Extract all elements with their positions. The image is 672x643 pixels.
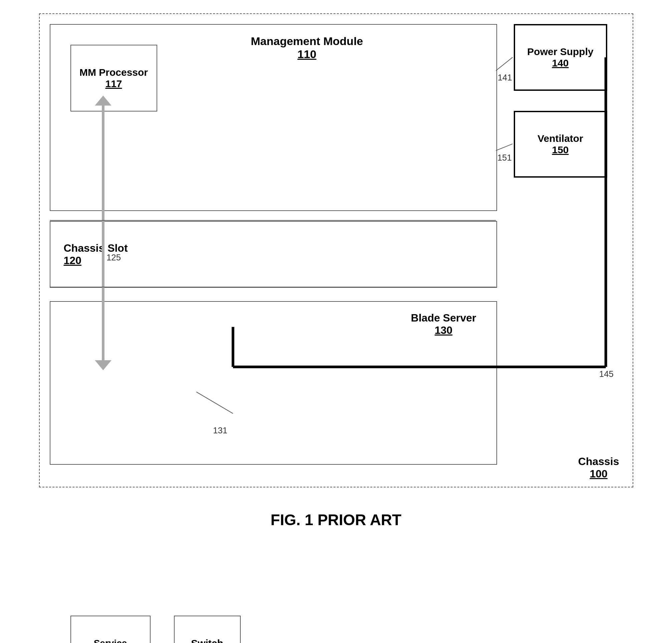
chassis-slot-text: Chassis Slot <box>64 242 128 254</box>
blade-server-label: Blade Server 130 <box>411 312 476 337</box>
label-145: 145 <box>599 369 613 379</box>
mgmt-module-text: Management Module <box>251 35 363 47</box>
mgmt-module-number: 110 <box>297 48 317 60</box>
page-container: Management Module 110 MM Processor 117 P… <box>19 13 653 581</box>
figure-caption-text: FIG. 1 PRIOR ART <box>271 511 402 529</box>
switch-text: Switch <box>191 638 223 643</box>
service-processor-box: Service Processor 135 <box>71 616 150 643</box>
mm-processor-text: MM Processor <box>80 67 148 78</box>
chassis-number: 100 <box>589 468 607 480</box>
label-151: 151 <box>497 153 511 162</box>
label-141: 141 <box>498 73 512 82</box>
blade-server-text: Blade Server <box>411 312 476 324</box>
ventilator-number: 150 <box>552 144 569 155</box>
mm-processor-box: MM Processor 117 <box>71 45 157 111</box>
mm-processor-label: MM Processor 117 <box>80 67 148 89</box>
ventilator-text: Ventilator <box>537 133 583 144</box>
mgmt-module-box: Management Module 110 MM Processor 117 <box>50 24 497 211</box>
mm-to-ps-line <box>496 58 512 71</box>
switch-box: Switch 132 <box>174 616 241 643</box>
power-supply-number: 140 <box>552 58 569 69</box>
ventilator-label: Ventilator 150 <box>537 133 583 156</box>
chassis-slot-number: 120 <box>64 254 82 266</box>
service-processor-text: Service Processor <box>87 638 133 643</box>
power-supply-box: Power Supply 140 <box>514 24 607 91</box>
power-supply-label: Power Supply 140 <box>527 46 593 69</box>
chassis-slot-box: Chassis Slot 120 <box>50 221 497 288</box>
blade-server-number: 130 <box>435 324 452 336</box>
mgmt-module-label: Management Module 110 <box>251 35 363 61</box>
figure-caption: FIG. 1 PRIOR ART <box>271 511 402 529</box>
chassis-label: Chassis 100 <box>578 456 619 480</box>
blade-server-box: Blade Server 130 Service Processor 135 S… <box>50 301 497 465</box>
mm-processor-number: 117 <box>105 78 122 89</box>
chassis-slot-label: Chassis Slot 120 <box>64 242 128 267</box>
power-supply-text: Power Supply <box>527 46 593 57</box>
chassis-text: Chassis <box>578 456 619 468</box>
ventilator-box: Ventilator 150 <box>514 111 607 178</box>
switch-label: Switch 132 <box>191 638 223 643</box>
service-processor-label: Service Processor 135 <box>71 638 150 643</box>
chassis-outer: Management Module 110 MM Processor 117 P… <box>39 13 633 487</box>
mm-to-vent-line <box>496 144 512 150</box>
